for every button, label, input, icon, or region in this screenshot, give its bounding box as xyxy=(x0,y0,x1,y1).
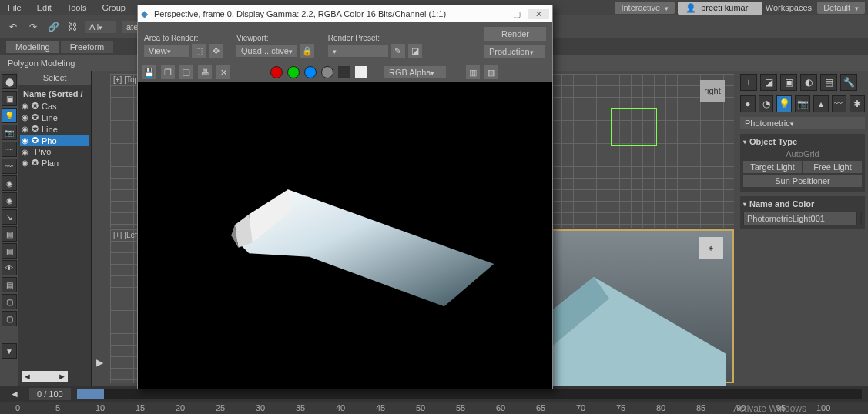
util-tab-icon[interactable]: 🔧 xyxy=(840,74,857,91)
scene-item[interactable]: ◉Pivo xyxy=(20,146,89,157)
side-tool15-icon[interactable]: ▢ xyxy=(2,311,17,326)
visibility-icon[interactable]: ◉ xyxy=(22,113,28,122)
region-icon[interactable]: ⬚ xyxy=(192,44,206,58)
side-warp-icon[interactable]: 〰 xyxy=(2,142,17,157)
menu-group[interactable]: Group xyxy=(94,2,133,14)
ruler-tick: 35 xyxy=(296,403,305,412)
side-eye-icon[interactable]: 👁 xyxy=(2,260,17,275)
swatch-icon[interactable] xyxy=(355,66,367,78)
channel-r-icon[interactable] xyxy=(270,66,283,78)
preset-icon2[interactable]: ◪ xyxy=(408,44,422,58)
cat-shape-icon[interactable]: ◔ xyxy=(759,95,774,112)
side-tool14-icon[interactable]: ▢ xyxy=(2,294,17,309)
free-light-button[interactable]: Free Light xyxy=(803,161,862,173)
display-tab-icon[interactable]: ▤ xyxy=(820,74,837,91)
render-frame-window: ◆ Perspective, frame 0, Display Gamma: 2… xyxy=(137,5,553,389)
close-button[interactable]: ✕ xyxy=(528,9,549,19)
target-light-button[interactable]: Target Light xyxy=(743,161,802,173)
menu-tools[interactable]: Tools xyxy=(59,2,95,14)
workspaces-dropdown[interactable]: Default xyxy=(817,2,865,14)
preset-dropdown[interactable] xyxy=(328,45,388,57)
autogrid-checkbox[interactable]: AutoGrid xyxy=(743,149,862,159)
side-select-icon[interactable]: ⬤ xyxy=(2,74,17,89)
side-camera2-icon[interactable]: 📷 xyxy=(2,125,17,140)
create-tab-icon[interactable]: + xyxy=(740,74,757,91)
channel-a-icon[interactable] xyxy=(321,66,333,78)
redo-icon[interactable]: ↷ xyxy=(25,18,42,35)
visibility-icon[interactable]: ◉ xyxy=(22,125,28,133)
scene-item[interactable]: ◉✪Plan xyxy=(20,157,89,169)
ab-compare-b-icon[interactable]: ▥ xyxy=(484,65,498,79)
sun-positioner-button[interactable]: Sun Positioner xyxy=(743,175,862,187)
maximize-button[interactable]: ▢ xyxy=(506,9,528,19)
copy-icon[interactable]: ❐ xyxy=(161,65,175,79)
cat-light-icon[interactable]: 💡 xyxy=(776,95,792,112)
play-icon[interactable]: ▶ xyxy=(91,354,108,371)
side-tool9-icon[interactable]: ↘ xyxy=(2,209,17,225)
side-tool11-icon[interactable]: ▤ xyxy=(2,243,17,259)
area-render-dropdown[interactable]: View xyxy=(144,45,189,57)
side-tool7-icon[interactable]: ◉ xyxy=(2,175,17,191)
selection-filter[interactable]: All xyxy=(85,21,116,33)
scene-item[interactable]: ◉✪Pho xyxy=(20,135,89,146)
lock-icon[interactable]: 🔒 xyxy=(300,44,314,58)
visibility-icon[interactable]: ◉ xyxy=(22,136,28,145)
cat-space-icon[interactable]: 〰 xyxy=(832,95,847,112)
rollout-name-color[interactable]: Name and Color xyxy=(743,199,862,209)
rgb-alpha-dropdown[interactable]: RGB Alpha xyxy=(384,66,446,78)
interactive-dropdown[interactable]: Interactive xyxy=(615,2,675,14)
cat-helper-icon[interactable]: ▴ xyxy=(813,95,829,112)
rollout-object-type[interactable]: Object Type xyxy=(743,137,862,146)
visibility-icon[interactable]: ◉ xyxy=(22,148,28,156)
menu-file[interactable]: File xyxy=(0,2,29,14)
side-tool10-icon[interactable]: ▤ xyxy=(2,226,17,242)
minimize-button[interactable]: — xyxy=(484,9,506,19)
cat-camera-icon[interactable]: 📷 xyxy=(795,95,810,112)
menu-edit[interactable]: Edit xyxy=(29,2,59,14)
scene-item[interactable]: ◉✪Line xyxy=(20,112,89,123)
tab-modeling[interactable]: Modeling xyxy=(6,41,59,53)
scene-item[interactable]: ◉✪Line xyxy=(20,123,89,135)
side-tool8-icon[interactable]: ◉ xyxy=(2,192,17,208)
object-name-input[interactable] xyxy=(743,212,857,225)
preset-icon1[interactable]: ✎ xyxy=(391,44,405,58)
side-tool13-icon[interactable]: ▤ xyxy=(2,277,17,292)
region-select-icon[interactable]: ✥ xyxy=(209,44,223,58)
clone-icon[interactable]: ❏ xyxy=(179,65,193,79)
hierarchy-tab-icon[interactable]: ▣ xyxy=(780,74,797,91)
tab-freeform[interactable]: Freeform xyxy=(61,41,114,53)
save-image-icon[interactable]: 💾 xyxy=(142,65,156,79)
side-funnel-icon[interactable]: ▼ xyxy=(2,343,17,359)
render-button[interactable]: Render xyxy=(484,27,546,41)
scene-header[interactable]: Name (Sorted / xyxy=(20,88,89,100)
unlink-icon[interactable]: ⛓ xyxy=(65,18,82,35)
print-icon[interactable]: 🖶 xyxy=(198,65,212,79)
motion-tab-icon[interactable]: ◐ xyxy=(800,74,817,91)
nav-cube[interactable]: right xyxy=(700,80,725,102)
visibility-icon[interactable]: ◉ xyxy=(22,102,28,110)
channel-b-icon[interactable] xyxy=(304,66,317,78)
ab-compare-a-icon[interactable]: ▥ xyxy=(466,65,480,79)
modify-tab-icon[interactable]: ◪ xyxy=(760,74,777,91)
link-icon[interactable]: 🔗 xyxy=(45,18,62,35)
time-scrubber[interactable] xyxy=(77,389,862,399)
production-dropdown[interactable]: Production xyxy=(484,45,545,58)
render-window-titlebar[interactable]: ◆ Perspective, frame 0, Display Gamma: 2… xyxy=(138,5,552,22)
clear-icon[interactable]: ✕ xyxy=(216,65,230,79)
scene-hscroll[interactable]: ◄► xyxy=(22,371,68,382)
user-account[interactable]: 👤preeti kumari xyxy=(678,2,762,15)
color-swatch[interactable] xyxy=(860,212,862,225)
side-camera-icon[interactable]: ▣ xyxy=(2,91,17,106)
channel-g-icon[interactable] xyxy=(287,66,300,78)
side-light-icon[interactable]: 💡 xyxy=(2,108,17,123)
side-tool6-icon[interactable]: 〰 xyxy=(2,159,17,174)
undo-icon[interactable]: ↶ xyxy=(5,18,22,35)
visibility-icon[interactable]: ◉ xyxy=(22,159,28,167)
cat-system-icon[interactable]: ✱ xyxy=(850,95,865,112)
cat-geo-icon[interactable]: ● xyxy=(740,95,756,112)
timeline-prev-icon[interactable]: ◄ xyxy=(6,386,23,402)
viewport-dropdown[interactable]: Quad ...ctive xyxy=(236,45,297,57)
scene-item[interactable]: ◉✪Cas xyxy=(20,100,89,112)
light-type-dropdown[interactable]: Photometric xyxy=(740,117,865,129)
mono-icon[interactable] xyxy=(338,66,350,78)
